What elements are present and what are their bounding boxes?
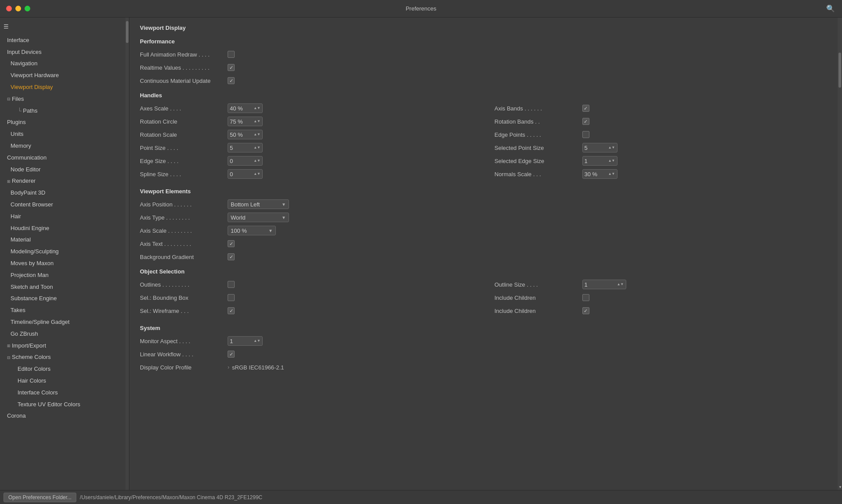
- sidebar-item-timeline[interactable]: Timeline/Spline Gadget: [0, 316, 129, 328]
- sidebar-item-import-export[interactable]: ⊞ Import/Export: [0, 340, 129, 352]
- spinbox-axes-scale[interactable]: 40 % ▲▼: [228, 103, 263, 113]
- sidebar-item-scheme-colors[interactable]: ⊟ Scheme Colors: [0, 351, 129, 363]
- sidebar-item-substance-engine[interactable]: Substance Engine: [0, 293, 129, 305]
- checkbox-sel-bounding-box[interactable]: [228, 294, 235, 301]
- checkbox-sel-wireframe[interactable]: [228, 307, 235, 314]
- sidebar-label-memory: Memory: [11, 142, 31, 149]
- search-icon[interactable]: 🔍: [826, 4, 835, 13]
- checkbox-realtime-values[interactable]: [228, 64, 235, 71]
- row-axis-scale: Axis Scale . . . . . . . . 100 % ▼: [140, 225, 831, 236]
- spinbox-normals-scale[interactable]: 30 % ▲▼: [582, 169, 617, 179]
- sidebar-item-files[interactable]: ⊟ Files: [0, 93, 129, 105]
- sidebar-item-modeling-sculpting[interactable]: Modeling/Sculpting: [0, 246, 129, 258]
- section-title-system: System: [140, 325, 831, 331]
- sidebar-hamburger[interactable]: ☰: [0, 21, 129, 33]
- spinbox-normals-scale-arrows: ▲▼: [608, 172, 615, 176]
- row-axis-bands: Axis Bands . . . . . .: [495, 103, 832, 114]
- sidebar-item-content-browser[interactable]: Content Browser: [0, 199, 129, 211]
- sidebar-item-viewport-display[interactable]: Viewport Display: [0, 82, 129, 93]
- spinbox-edge-size[interactable]: 0 ▲▼: [228, 156, 263, 166]
- maximize-button[interactable]: [25, 6, 30, 11]
- sidebar-item-memory[interactable]: Memory: [0, 140, 129, 152]
- spinbox-selected-edge-size[interactable]: 1 ▲▼: [582, 156, 617, 166]
- sidebar-label-interface: Interface: [7, 37, 29, 43]
- section-title-viewport-display: Viewport Display: [140, 25, 831, 31]
- label-selected-edge-size: Selected Edge Size: [495, 158, 582, 164]
- sidebar-item-input-devices[interactable]: Input Devices: [0, 46, 129, 58]
- dropdown-axis-position-val: Bottom Left: [231, 201, 260, 208]
- sidebar-item-plugins[interactable]: Plugins: [0, 117, 129, 128]
- sidebar-item-takes[interactable]: Takes: [0, 305, 129, 316]
- sidebar-item-hair[interactable]: Hair: [0, 211, 129, 223]
- checkbox-include-children-1[interactable]: [582, 294, 589, 301]
- sidebar-label-node-editor: Node Editor: [11, 166, 41, 173]
- sidebar-item-bodypaint[interactable]: BodyPaint 3D: [0, 187, 129, 199]
- checkbox-edge-points[interactable]: [582, 131, 589, 138]
- sidebar-item-houdini-engine[interactable]: Houdini Engine: [0, 223, 129, 234]
- open-preferences-folder-button[interactable]: Open Preferences Folder...: [4, 493, 76, 502]
- sidebar-item-node-editor[interactable]: Node Editor: [0, 164, 129, 176]
- sidebar-item-go-zbrush[interactable]: Go ZBrush: [0, 328, 129, 340]
- spinbox-outline-size-arrows: ▲▼: [617, 283, 624, 286]
- row-include-children-1: Include Children: [495, 292, 832, 303]
- spinbox-point-size[interactable]: 5 ▲▼: [228, 143, 263, 153]
- sidebar-item-projection-man[interactable]: Projection Man: [0, 270, 129, 281]
- sidebar-label-renderer: Renderer: [12, 177, 36, 186]
- spinbox-selected-point-size[interactable]: 5 ▲▼: [582, 143, 617, 153]
- sidebar-item-hair-colors[interactable]: Hair Colors: [0, 375, 129, 387]
- dropdown-axis-scale[interactable]: 100 % ▼: [228, 226, 276, 235]
- sidebar-item-renderer[interactable]: ⊞ Renderer: [0, 175, 129, 187]
- bottom-bar: Open Preferences Folder... /Users/daniel…: [0, 490, 842, 504]
- checkbox-background-gradient[interactable]: [228, 253, 235, 260]
- spinbox-outline-size[interactable]: 1 ▲▼: [582, 280, 626, 289]
- spinbox-rotation-circle[interactable]: 75 % ▲▼: [228, 117, 263, 126]
- sidebar-item-units[interactable]: Units: [0, 128, 129, 140]
- sidebar-item-corona[interactable]: Corona: [0, 410, 129, 422]
- minimize-button[interactable]: [15, 6, 21, 11]
- checkbox-outlines[interactable]: [228, 281, 235, 288]
- row-display-color-profile: Display Color Profile › sRGB IEC61966-2.…: [140, 362, 831, 373]
- sidebar-item-editor-colors[interactable]: Editor Colors: [0, 363, 129, 375]
- close-button[interactable]: [6, 6, 12, 11]
- checkbox-axis-text[interactable]: [228, 240, 235, 247]
- sidebar-item-navigation[interactable]: Navigation: [0, 58, 129, 70]
- dropdown-axis-type[interactable]: World ▼: [228, 213, 289, 222]
- sidebar-label-units: Units: [11, 131, 24, 137]
- label-axis-position: Axis Position . . . . . .: [140, 201, 228, 208]
- sidebar-item-interface-colors[interactable]: Interface Colors: [0, 387, 129, 399]
- row-background-gradient: Background Gradient: [140, 252, 831, 262]
- window-title: Preferences: [406, 5, 436, 12]
- checkbox-full-animation-redraw[interactable]: [228, 51, 235, 58]
- sidebar-label-projection-man: Projection Man: [11, 272, 49, 278]
- label-full-animation-redraw: Full Animation Redraw . . . .: [140, 51, 228, 58]
- spinbox-spline-size[interactable]: 0 ▲▼: [228, 169, 263, 179]
- checkbox-axis-bands[interactable]: [582, 105, 589, 112]
- checkbox-rotation-bands[interactable]: [582, 118, 589, 125]
- sidebar-item-texture-uv[interactable]: Texture UV Editor Colors: [0, 399, 129, 411]
- sidebar-item-paths[interactable]: └ Paths: [0, 105, 129, 117]
- label-axes-scale: Axes Scale . . . .: [140, 105, 228, 112]
- spinbox-monitor-aspect[interactable]: 1 ▲▼: [228, 336, 263, 346]
- sidebar-item-viewport-hardware[interactable]: Viewport Hardware: [0, 70, 129, 82]
- content-panel: Viewport Display Performance Full Animat…: [129, 18, 842, 490]
- checkbox-linear-workflow[interactable]: [228, 351, 235, 358]
- sidebar-item-communication[interactable]: Communication: [0, 152, 129, 164]
- sidebar-item-sketch-toon[interactable]: Sketch and Toon: [0, 281, 129, 293]
- display-color-arrow-icon[interactable]: ›: [228, 364, 229, 370]
- handles-grid: Axes Scale . . . . 40 % ▲▼ Rotation Circ…: [140, 103, 831, 182]
- spinbox-rotation-circle-val: 75 %: [230, 118, 243, 125]
- sidebar-label-viewport-hardware: Viewport Hardware: [11, 72, 59, 78]
- checkbox-include-children-2[interactable]: [582, 307, 589, 314]
- sidebar-item-material[interactable]: Material: [0, 234, 129, 246]
- content-scroll-thumb: [838, 53, 841, 88]
- spinbox-rotation-scale[interactable]: 50 % ▲▼: [228, 130, 263, 139]
- row-edge-size: Edge Size . . . . 0 ▲▼: [140, 156, 477, 166]
- dropdown-axis-position[interactable]: Bottom Left ▼: [228, 199, 289, 209]
- handles-right-col: Axis Bands . . . . . . Rotation Bands . …: [495, 103, 832, 182]
- sidebar-label-sketch-toon: Sketch and Toon: [11, 284, 53, 290]
- checkbox-continuous-material-update[interactable]: [228, 77, 235, 84]
- sidebar-item-interface[interactable]: Interface: [0, 35, 129, 46]
- sidebar-item-moves-by-maxon[interactable]: Moves by Maxon: [0, 258, 129, 270]
- sidebar-label-communication: Communication: [7, 154, 46, 161]
- label-include-children-1: Include Children: [495, 295, 582, 301]
